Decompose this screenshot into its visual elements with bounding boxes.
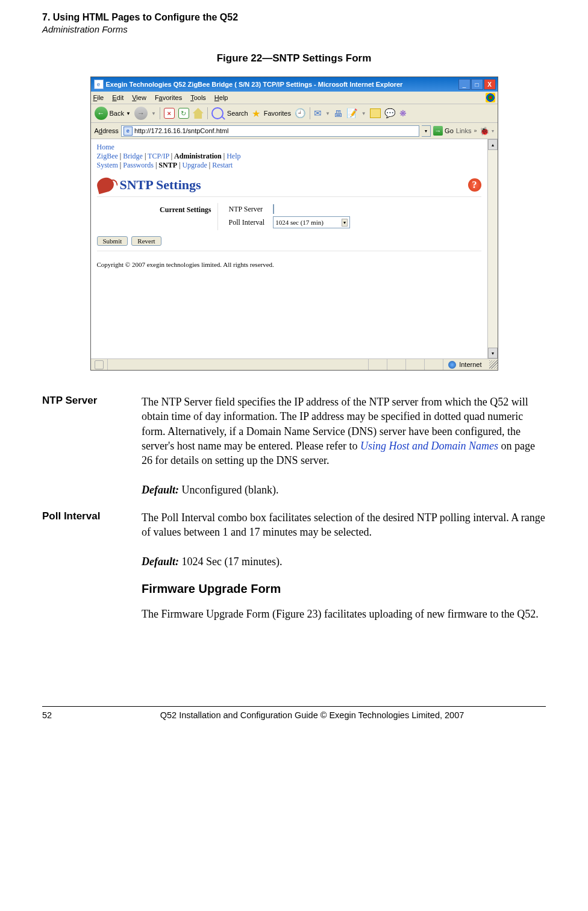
footer-text: Q52 Installation and Configuration Guide… xyxy=(78,710,546,720)
status-bar: Internet xyxy=(91,358,498,370)
chevron-down-icon: ▼ xyxy=(126,111,131,116)
pdf-icon[interactable]: 🐞 xyxy=(480,127,489,136)
submit-button[interactable]: Submit xyxy=(97,236,128,246)
definition-term-poll: Poll Interval xyxy=(42,510,142,569)
chevron-down-icon: ▼ xyxy=(325,111,330,116)
poll-interval-select[interactable]: 1024 sec (17 min) ▾ xyxy=(273,216,350,228)
favorites-star-icon: ★ xyxy=(252,108,260,119)
link-host-domain-names[interactable]: Using Host and Domain Names xyxy=(360,440,498,452)
divider xyxy=(97,251,481,251)
chevron-down-icon: ▼ xyxy=(151,111,156,116)
exegin-logo-icon xyxy=(95,176,115,194)
address-label: Address xyxy=(95,127,119,134)
home-button[interactable] xyxy=(193,108,204,119)
nav-bridge[interactable]: Bridge xyxy=(123,152,143,160)
separator xyxy=(160,107,160,119)
maximize-button[interactable]: □ xyxy=(471,79,483,90)
paragraph-firmware: The Firmware Upgrade Form (Figure 23) fa… xyxy=(142,607,546,621)
menu-view[interactable]: View xyxy=(132,94,146,101)
nav-admin[interactable]: Administration xyxy=(174,152,222,160)
refresh-button[interactable]: ↻ xyxy=(178,108,189,119)
ntp-server-input[interactable] xyxy=(273,204,274,214)
window-titlebar: e Exegin Technologies Q52 ZigBee Bridge … xyxy=(91,77,498,92)
chevron-right-icon: » xyxy=(474,128,477,134)
chevron-down-icon: ▾ xyxy=(492,128,494,134)
nav-home[interactable]: Home xyxy=(97,143,114,151)
page-content: Home ZigBee | Bridge | TCP/IP | Administ… xyxy=(91,139,487,358)
back-button[interactable]: ← Back ▼ xyxy=(95,107,131,120)
ntp-server-label: NTP Server xyxy=(225,204,269,214)
go-arrow-icon: → xyxy=(433,126,443,136)
forward-button[interactable]: → xyxy=(134,107,148,120)
stop-button[interactable]: × xyxy=(164,108,175,119)
url-text: http://172.16.16.1/sntpConf.html xyxy=(134,127,229,134)
ie-window: e Exegin Technologies Q52 ZigBee Bridge … xyxy=(90,77,498,371)
close-button[interactable]: X xyxy=(484,79,496,90)
messenger-icon[interactable]: ❋ xyxy=(399,108,407,118)
definition-body-ntp: The NTP Server field specifies the IP ad… xyxy=(142,395,546,497)
page-footer: 52 Q52 Installation and Configuration Gu… xyxy=(42,706,546,732)
search-button[interactable]: Search xyxy=(227,110,248,117)
nav-toolbar: ← Back ▼ → ▼ × ↻ Search ★ Favorites 🕘 ✉ … xyxy=(91,104,498,123)
menu-edit[interactable]: Edit xyxy=(112,94,124,101)
address-input[interactable]: e http://172.16.16.1/sntpConf.html xyxy=(121,125,419,137)
nav-sntp[interactable]: SNTP xyxy=(158,161,177,169)
copyright-text: Copyright © 2007 exegin technologies lim… xyxy=(97,261,481,268)
favorites-button[interactable]: Favorites xyxy=(264,110,291,117)
ie-page-icon: e xyxy=(94,80,104,89)
definition-term-ntp: NTP Server xyxy=(42,395,142,497)
address-dropdown[interactable]: ▾ xyxy=(422,125,431,137)
resize-grip-icon[interactable] xyxy=(489,360,498,369)
search-icon xyxy=(211,107,224,119)
nav-help[interactable]: Help xyxy=(227,152,240,160)
definition-body-poll: The Poll Interval combo box facilitates … xyxy=(142,510,546,569)
chapter-title: 7. Using HTML Pages to Configure the Q52 xyxy=(42,12,546,23)
window-title: Exegin Technologies Q52 ZigBee Bridge ( … xyxy=(106,81,458,88)
edit-button[interactable]: 📝 xyxy=(346,108,358,119)
current-settings-label: Current Settings xyxy=(139,203,217,214)
page-title: SNTP Settings xyxy=(120,177,201,193)
nav-system[interactable]: System xyxy=(97,161,118,169)
nav-restart[interactable]: Restart xyxy=(212,161,233,169)
folder-icon[interactable] xyxy=(370,108,381,118)
poll-interval-label: Poll Interval xyxy=(225,216,269,229)
divider xyxy=(97,196,481,197)
nav-upgrade[interactable]: Upgrade xyxy=(182,161,207,169)
link-figure-23[interactable]: Figure 23 xyxy=(276,608,318,620)
links-label[interactable]: Links xyxy=(456,127,472,134)
menu-file[interactable]: File xyxy=(93,94,104,101)
help-button[interactable]: ? xyxy=(468,178,481,192)
chevron-down-icon: ▾ xyxy=(342,219,348,227)
page-number: 52 xyxy=(42,710,78,720)
nav-zigbee[interactable]: ZigBee xyxy=(97,152,118,160)
status-zone: Internet xyxy=(459,361,481,368)
history-button[interactable]: 🕘 xyxy=(295,108,306,119)
figure-caption: Figure 22—SNTP Settings Form xyxy=(42,52,546,64)
vertical-scrollbar[interactable]: ▴ ▾ xyxy=(487,139,498,358)
menu-help[interactable]: Help xyxy=(214,94,228,101)
menu-favorites[interactable]: Favorites xyxy=(155,94,182,101)
separator xyxy=(310,107,310,119)
menu-tools[interactable]: Tools xyxy=(190,94,206,101)
status-page-icon xyxy=(95,360,104,369)
menu-bar: File Edit View Favorites Tools Help xyxy=(91,92,498,104)
separator xyxy=(207,107,208,119)
nav-line-1: Home ZigBee | Bridge | TCP/IP | Administ… xyxy=(97,143,481,170)
windows-flag-icon xyxy=(486,93,495,102)
revert-button[interactable]: Revert xyxy=(131,236,161,246)
minimize-button[interactable]: _ xyxy=(458,79,471,90)
nav-passwords[interactable]: Passwords xyxy=(123,161,154,169)
back-arrow-icon: ← xyxy=(95,107,108,120)
heading-firmware-upgrade: Firmware Upgrade Form xyxy=(142,582,546,596)
chevron-down-icon: ▼ xyxy=(361,111,366,116)
go-button[interactable]: → Go xyxy=(433,126,454,136)
internet-zone-icon xyxy=(448,361,456,369)
scroll-track[interactable] xyxy=(488,150,498,348)
scroll-up-button[interactable]: ▴ xyxy=(488,139,498,150)
mail-button[interactable]: ✉ xyxy=(314,108,322,119)
nav-tcpip[interactable]: TCP/IP xyxy=(148,152,169,160)
section-title: Administration Forms xyxy=(42,24,546,34)
scroll-down-button[interactable]: ▾ xyxy=(488,348,498,358)
discuss-button[interactable]: 💬 xyxy=(384,108,396,119)
print-button[interactable]: 🖶 xyxy=(334,108,343,119)
